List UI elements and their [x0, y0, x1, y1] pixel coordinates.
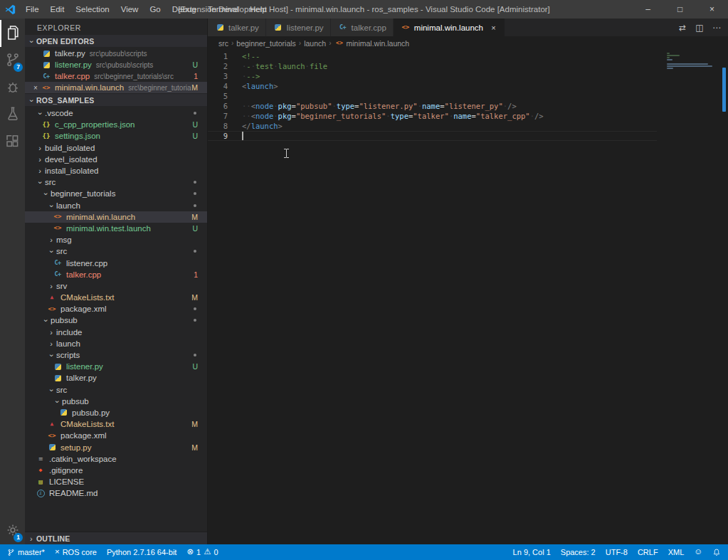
tab-talker-cpp[interactable]: C+talker.cpp [331, 19, 394, 36]
tree-folder-src[interactable]: ›src [25, 384, 207, 396]
minimap[interactable] [667, 51, 718, 544]
tree-file-minimal-win-test-launch[interactable]: <>minimal.win.test.launchU [25, 223, 207, 234]
tree-file-setup-py[interactable]: setup.pyM [25, 441, 207, 453]
maximize-window-button[interactable]: □ [664, 0, 696, 19]
code-line[interactable]: 9 [208, 131, 657, 141]
open-editor-listener-py[interactable]: listener.pysrc\pubsub\scriptsU [25, 59, 207, 70]
code-editor[interactable]: 1<!--2·-·test·launch·file3·-->4<launch>5… [208, 50, 728, 544]
encoding[interactable]: UTF-8 [601, 544, 633, 560]
tab-minimal-win-launch[interactable]: <>minimal.win.launch× [394, 19, 505, 36]
python-interpreter[interactable]: Python 2.7.16 64-bit [102, 544, 181, 560]
code-line[interactable]: 7··<node·pkg="beginner_tutorials"·type="… [208, 111, 657, 121]
minimize-window-button[interactable]: – [632, 0, 664, 19]
tree-file-listener-cpp[interactable]: C+listener.cpp [25, 257, 207, 268]
settings-activity-button[interactable]: 1 [0, 517, 25, 544]
outline-header[interactable]: › OUTLINE [25, 532, 207, 544]
code-line[interactable]: 5 [208, 91, 657, 101]
tree-file-package-xml[interactable]: <>package.xml [25, 430, 207, 441]
tree-file-listener-py[interactable]: listener.pyU [25, 361, 207, 372]
eol-sequence[interactable]: CRLF [633, 544, 663, 560]
open-editor-talker-cpp[interactable]: C+talker.cppsrc\beginner_tutorials\src1 [25, 70, 207, 82]
tree-file-settings-json[interactable]: {}settings.jsonU [25, 130, 207, 142]
tree-folder-pubsub[interactable]: ›pubsub [25, 315, 207, 326]
menu-help[interactable]: Help [244, 0, 273, 19]
ros-core-status[interactable]: ×ROS core [50, 544, 102, 560]
tree-file-license[interactable]: ▤LICENSE [25, 476, 207, 487]
tree-file-pubsub-py[interactable]: pubsub.py [25, 407, 207, 418]
status-bar-right: Ln 9, Col 1Spaces: 2UTF-8CRLFXML☺ [508, 544, 726, 560]
tree-folder-build-isolated[interactable]: ›build_isolated [25, 142, 207, 154]
tree-folder-srv[interactable]: ›srv [25, 280, 207, 292]
tree-folder-msg[interactable]: ›msg [25, 234, 207, 245]
tab-listener-py[interactable]: listener.py [266, 19, 331, 36]
tree-folder-launch[interactable]: ›launch [25, 200, 207, 211]
explorer-activity-button[interactable] [0, 20, 25, 47]
menu-debug[interactable]: Debug [167, 0, 202, 19]
menu-edit[interactable]: Edit [45, 0, 70, 19]
tree-folder-pubsub[interactable]: ›pubsub [25, 396, 207, 407]
debug-activity-button[interactable] [0, 74, 25, 101]
extensions-activity-button[interactable] [0, 128, 25, 155]
tree-item-label: pubsub.py [72, 408, 110, 417]
more-actions-button[interactable]: ⋯ [708, 23, 725, 33]
compare-changes-button[interactable]: ⇄ [674, 23, 691, 33]
test-activity-button[interactable] [0, 101, 25, 128]
tree-folder-include[interactable]: ›include [25, 327, 207, 338]
tree-file-cmakelists-txt[interactable]: ▲CMakeLists.txtM [25, 292, 207, 303]
tree-folder-src[interactable]: ›src [25, 176, 207, 188]
tree-folder-beginner-tutorials[interactable]: ›beginner_tutorials [25, 188, 207, 199]
cursor-position[interactable]: Ln 9, Col 1 [508, 544, 556, 560]
code-line[interactable]: 3·--> [208, 71, 657, 81]
close-editor-icon[interactable]: × [31, 84, 41, 92]
code-line[interactable]: 4<launch> [208, 81, 657, 91]
problems[interactable]: ⊗1⚠0 [181, 544, 223, 560]
tree-folder-vscode[interactable]: ›.vscode [25, 107, 207, 119]
tab-talker-py[interactable]: talker.py [208, 19, 266, 36]
menu-go[interactable]: Go [144, 0, 166, 19]
breadcrumb-launch[interactable]: launch [303, 39, 327, 48]
breadcrumb-minimal-win-launch[interactable]: <>minimal.win.launch [333, 39, 410, 48]
open-editor-minimal-win-launch[interactable]: ×<>minimal.win.launchsrc\beginner_tutori… [25, 82, 207, 93]
tree-folder-launch[interactable]: ›launch [25, 338, 207, 349]
tree-file-package-xml[interactable]: <>package.xml [25, 303, 207, 315]
breadcrumb-beginner-tutorials[interactable]: beginner_tutorials [236, 39, 296, 48]
feedback[interactable]: ☺ [689, 544, 707, 560]
tree-file-cmakelists-txt[interactable]: ▲CMakeLists.txtM [25, 418, 207, 430]
open-editors-header[interactable]: › OPEN EDITORS [25, 35, 207, 47]
close-window-button[interactable]: × [696, 0, 728, 19]
close-tab-icon[interactable]: × [489, 23, 498, 32]
minimap-line [667, 53, 670, 54]
tree-file-gitignore[interactable]: ◆.gitignore [25, 465, 207, 476]
code-line[interactable]: 2·-·test·launch·file [208, 61, 657, 71]
notifications[interactable] [707, 544, 726, 560]
source-control-activity-button[interactable]: 7 [0, 47, 25, 74]
menu-terminal[interactable]: Terminal [202, 0, 244, 19]
tree-folder-install-isolated[interactable]: ›install_isolated [25, 165, 207, 176]
tree-file-talker-py[interactable]: talker.py [25, 372, 207, 384]
language-mode[interactable]: XML [663, 544, 690, 560]
text-caret [242, 132, 243, 140]
tree-folder-src[interactable]: ›src [25, 245, 207, 257]
breadcrumb-src[interactable]: src [218, 39, 229, 48]
code-line[interactable]: 6··<node·pkg="pubsub"·type="listener.py"… [208, 101, 657, 111]
chevron-down-icon: › [28, 95, 36, 105]
code-line[interactable]: 1<!-- [208, 51, 657, 61]
split-editor-button[interactable]: ◫ [691, 23, 708, 33]
workspace-root-header[interactable]: › ROS_SAMPLES [25, 94, 207, 106]
menu-selection[interactable]: Selection [70, 0, 115, 19]
tree-file-minimal-win-launch[interactable]: <>minimal.win.launchM [25, 211, 207, 223]
tree-file-c-cpp-properties-json[interactable]: {}c_cpp_properties.jsonU [25, 119, 207, 130]
menu-file[interactable]: File [20, 0, 45, 19]
code-line[interactable]: 8</launch> [208, 121, 657, 131]
git-branch-status[interactable]: master* [2, 544, 50, 560]
chevron-right-icon: › [46, 282, 56, 290]
tree-file-readme-md[interactable]: iREADME.md [25, 487, 207, 499]
tree-folder-scripts[interactable]: ›scripts [25, 349, 207, 361]
open-editor-talker-py[interactable]: talker.pysrc\pubsub\scripts [25, 48, 207, 59]
menu-view[interactable]: View [115, 0, 144, 19]
tree-folder-devel-isolated[interactable]: ›devel_isolated [25, 154, 207, 165]
tree-file-talker-cpp[interactable]: C+talker.cpp1 [25, 269, 207, 280]
indentation[interactable]: Spaces: 2 [556, 544, 601, 560]
tree-file-catkin-workspace[interactable]: ≡.catkin_workspace [25, 453, 207, 465]
editor-path: src\pubsub\scripts [96, 61, 193, 69]
